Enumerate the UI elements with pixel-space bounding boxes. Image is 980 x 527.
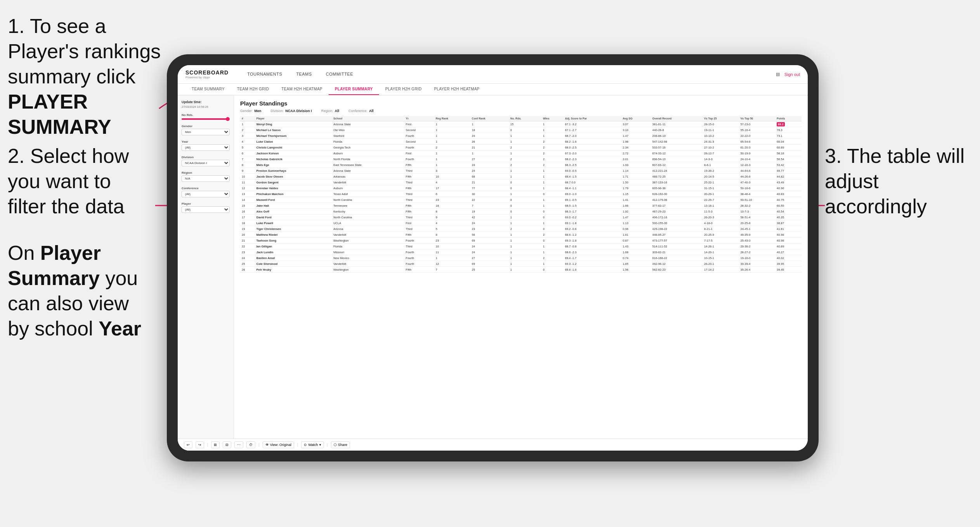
sidebar-conference-section: Conference (All) xyxy=(182,187,230,197)
col-no-rds: No. Rds. xyxy=(509,116,541,121)
cell-overall: 616-168-22 xyxy=(651,255,702,261)
cell-player: Wenyi Ding xyxy=(255,121,332,127)
cell-avg-sg: 1.65 xyxy=(621,261,651,267)
table-row[interactable]: 13 Phichaksn Maichon Texas A&M Third 6 3… xyxy=(240,191,802,197)
table-row[interactable]: 25 Cole Sherwood Vanderbilt Fourth 12 69… xyxy=(240,261,802,267)
view-original-button[interactable]: 👁 View: Original xyxy=(263,441,294,448)
slider-track[interactable] xyxy=(182,118,230,120)
nav-item-tournaments[interactable]: TOURNAMENTS xyxy=(240,65,289,84)
filter-division-label: Division: xyxy=(271,109,284,113)
cell-vs-top50: 29-38-2 xyxy=(739,244,775,249)
table-row[interactable]: 1 Wenyi Ding Arizona State First 1 1 15 … xyxy=(240,121,802,127)
paste-button[interactable]: ⊟ xyxy=(223,441,231,448)
table-row[interactable]: 5 Christo Lamprecht Georgia Tech Fourth … xyxy=(240,145,802,150)
share-label: Share xyxy=(338,443,347,447)
cell-yr: Fifth xyxy=(404,174,434,180)
cell-school: Texas A&M xyxy=(332,191,404,197)
table-row[interactable]: 19 Tiger Christensen Arizona Third 5 23 … xyxy=(240,226,802,232)
nav-item-teams[interactable]: TEAMS xyxy=(289,65,319,84)
table-row[interactable]: 16 Alex Goff Kentucky Fifth 8 19 0 0 68.… xyxy=(240,209,802,214)
col-wins: Wins xyxy=(541,116,563,121)
table-row[interactable]: 11 Gordon Sargent Vanderbilt Third 4 21 … xyxy=(240,180,802,185)
sub-nav-team-h2h-heatmap[interactable]: TEAM H2H HEATMAP xyxy=(275,84,329,95)
table-row[interactable]: 24 Bastien Amat New Mexico Fourth 1 27 1… xyxy=(240,255,802,261)
table-row[interactable]: 17 David Ford North Carolina Third 9 42 … xyxy=(240,214,802,220)
share-button[interactable]: ⬡ Share xyxy=(331,441,350,448)
table-row[interactable]: 20 Matthew Riedel Vanderbilt Fifth 8 56 … xyxy=(240,232,802,238)
table-row[interactable]: 12 Brendan Valdes Auburn Fifth 17 77 0 1… xyxy=(240,185,802,191)
cell-rank: 17 xyxy=(240,214,255,220)
cell-conf-rank: 24 xyxy=(470,168,509,174)
more-button[interactable]: ⋯ xyxy=(234,441,243,448)
table-row[interactable]: 15 Jake Hall Tennessee Fifth 18 7 0 1 68… xyxy=(240,203,802,209)
table-row[interactable]: 22 Ian Gilligan Florida Third 10 24 1 1 … xyxy=(240,244,802,249)
cell-player: Jake Hall xyxy=(255,203,332,209)
table-row[interactable]: 7 Nicholas Gabrelcik North Florida Fourt… xyxy=(240,156,802,162)
cell-conf-rank: 18 xyxy=(470,127,509,133)
table-row[interactable]: 6 Jackson Koivun Auburn First 1 1 1 2 67… xyxy=(240,150,802,156)
cell-no-rds: 1 xyxy=(509,244,541,249)
cell-vs-top50: 56-51-4 xyxy=(739,214,775,220)
cell-conf-rank: 42 xyxy=(470,214,509,220)
nav-item-committee[interactable]: COMMITTEE xyxy=(319,65,360,84)
cell-yr: Fourth xyxy=(404,238,434,244)
col-conf-rank: Conf Rank xyxy=(470,116,509,121)
cell-avg-sg: 0.96 xyxy=(621,226,651,232)
sidebar-division-select[interactable]: NCAA Division I NCAA Division II NCAA Di… xyxy=(182,160,230,166)
sub-nav-player-h2h-grid[interactable]: PLAYER H2H GRID xyxy=(379,84,428,95)
cell-rank: 13 xyxy=(240,191,255,197)
cell-avg-sg: 2.01 xyxy=(621,156,651,162)
cell-adj-score: 68.4 -1.5 xyxy=(563,174,621,180)
table-row[interactable]: 4 Luke Claton Florida Second 1 26 1 2 68… xyxy=(240,139,802,145)
cell-wins: 2 xyxy=(541,139,563,145)
sidebar-division-section: Division NCAA Division I NCAA Division I… xyxy=(182,156,230,166)
table-row[interactable]: 8 Mats Ege East Tennessee State Fifth 1 … xyxy=(240,162,802,168)
table-row[interactable]: 21 Taehoon Song Washington Fourth 23 69 … xyxy=(240,238,802,244)
col-avg-sg: Avg SG xyxy=(621,116,651,121)
sidebar-gender-select[interactable]: Men Women xyxy=(182,129,230,135)
slider-thumb[interactable] xyxy=(226,117,230,121)
cell-avg-sg: 1.71 xyxy=(621,174,651,180)
table-row[interactable]: 3 Michael Thorbjornsen Stanford Fourth 1… xyxy=(240,133,802,139)
sidebar-conference-select[interactable]: (All) xyxy=(182,191,230,197)
clock-button[interactable]: ⏱ xyxy=(246,441,255,448)
table-row[interactable]: 10 Jacob Skov Olesen Arkansas Fifth 10 6… xyxy=(240,174,802,180)
cell-points: 40.75 xyxy=(775,197,802,203)
sidebar-player-select[interactable]: (All) xyxy=(182,206,230,213)
cell-conf-rank: 21 xyxy=(470,180,509,185)
sub-nav-team-h2h-grid[interactable]: TEAM H2H GRID xyxy=(231,84,275,95)
cell-avg-sg: 3.07 xyxy=(621,121,651,127)
copy-button[interactable]: ⊞ xyxy=(211,441,220,448)
cell-points: 60.55 xyxy=(775,203,802,209)
table-header: # Player School Yr Reg Rank Conf Rank No… xyxy=(240,116,802,121)
table-row[interactable]: 2 Michael Le Sasso Ole Miss Second 1 18 … xyxy=(240,127,802,133)
sign-out-link[interactable]: Sign out xyxy=(784,72,800,77)
table-row[interactable]: 26 Petr Hruby Washington Fifth 7 25 1 0 … xyxy=(240,267,802,273)
cell-avg-sg: 1.92 xyxy=(621,209,651,214)
cell-vs-top50: 49-35-9 xyxy=(739,232,775,238)
cell-rank: 8 xyxy=(240,162,255,168)
cell-wins: 1 xyxy=(541,168,563,174)
cell-no-rds: 1 xyxy=(509,249,541,255)
cell-school: Ole Miss xyxy=(332,127,404,133)
table-row[interactable]: 14 Maxwell Ford North Carolina Third 23 … xyxy=(240,197,802,203)
cell-points: 68.04 xyxy=(775,139,802,145)
sidebar-update-label: Update time: xyxy=(182,100,230,104)
cell-school: Washington xyxy=(332,238,404,244)
cell-adj-score: 69.4 -1.7 xyxy=(563,255,621,261)
cell-no-rds: 0 xyxy=(509,127,541,133)
undo-button[interactable]: ↩ xyxy=(184,441,192,448)
table-row[interactable]: 18 Luke Powell UCLA First 4 24 1 1 69.1 … xyxy=(240,220,802,226)
table-row[interactable]: 9 Preston Summerhays Arizona State Third… xyxy=(240,168,802,174)
redo-button[interactable]: ↪ xyxy=(196,441,204,448)
watch-button[interactable]: ⊙ Watch ▾ xyxy=(301,441,324,448)
cell-overall: 467-29-23 xyxy=(651,209,702,214)
sidebar-region-select[interactable]: N/A East West xyxy=(182,175,230,182)
sub-nav-player-h2h-heatmap[interactable]: PLAYER H2H HEATMAP xyxy=(428,84,486,95)
sub-nav-player-summary[interactable]: PLAYER SUMMARY xyxy=(329,84,379,95)
sidebar-year-select[interactable]: (All) First Second Third Fourth Fifth xyxy=(182,144,230,151)
table-row[interactable]: 23 Jack Lundin Missouri Fourth 11 24 1 1… xyxy=(240,249,802,255)
cell-school: Florida xyxy=(332,244,404,249)
cell-avg-sg: 1.41 xyxy=(621,197,651,203)
sub-nav-team-summary[interactable]: TEAM SUMMARY xyxy=(185,84,231,95)
